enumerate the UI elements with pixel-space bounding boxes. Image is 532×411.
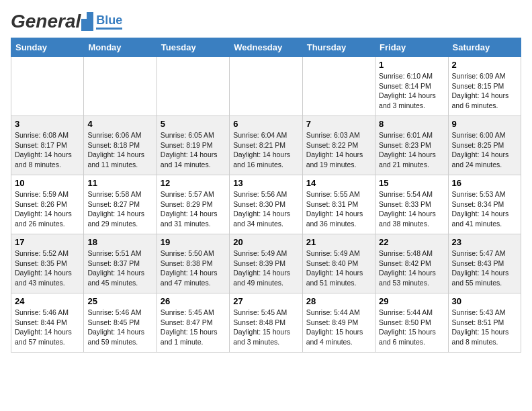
weekday-header-sunday: Sunday <box>11 38 84 57</box>
day-cell: 4Sunrise: 6:06 AM Sunset: 8:18 PM Daylig… <box>84 116 157 175</box>
day-cell: 15Sunrise: 5:54 AM Sunset: 8:33 PM Dayli… <box>375 175 448 234</box>
weekday-header-row: SundayMondayTuesdayWednesdayThursdayFrid… <box>11 38 521 57</box>
week-row-4: 17Sunrise: 5:52 AM Sunset: 8:35 PM Dayli… <box>11 234 521 293</box>
day-number: 2 <box>452 60 517 70</box>
day-cell: 9Sunrise: 6:00 AM Sunset: 8:25 PM Daylig… <box>448 116 521 175</box>
day-info: Sunrise: 5:49 AM Sunset: 8:39 PM Dayligh… <box>233 248 298 288</box>
day-info: Sunrise: 6:04 AM Sunset: 8:21 PM Dayligh… <box>233 130 298 170</box>
day-cell: 6Sunrise: 6:04 AM Sunset: 8:21 PM Daylig… <box>230 116 302 175</box>
day-cell: 26Sunrise: 5:45 AM Sunset: 8:47 PM Dayli… <box>157 293 229 353</box>
day-cell: 19Sunrise: 5:50 AM Sunset: 8:38 PM Dayli… <box>157 234 229 293</box>
day-number: 28 <box>306 296 371 306</box>
day-cell: 28Sunrise: 5:44 AM Sunset: 8:49 PM Dayli… <box>302 293 375 353</box>
day-info: Sunrise: 6:06 AM Sunset: 8:18 PM Dayligh… <box>87 130 152 170</box>
day-number: 15 <box>379 178 444 188</box>
day-info: Sunrise: 5:47 AM Sunset: 8:43 PM Dayligh… <box>452 248 517 288</box>
svg-marker-0 <box>81 12 93 31</box>
day-info: Sunrise: 5:57 AM Sunset: 8:29 PM Dayligh… <box>161 189 226 229</box>
day-number: 26 <box>161 296 226 306</box>
weekday-header-wednesday: Wednesday <box>230 38 302 57</box>
day-number: 5 <box>161 119 226 129</box>
logo-blue-section: Blue <box>96 14 122 30</box>
day-info: Sunrise: 5:43 AM Sunset: 8:51 PM Dayligh… <box>452 308 517 347</box>
day-info: Sunrise: 6:10 AM Sunset: 8:14 PM Dayligh… <box>379 71 444 111</box>
day-number: 1 <box>379 60 444 70</box>
day-number: 23 <box>452 237 517 247</box>
day-info: Sunrise: 5:54 AM Sunset: 8:33 PM Dayligh… <box>379 189 444 229</box>
day-cell: 1Sunrise: 6:10 AM Sunset: 8:14 PM Daylig… <box>375 57 448 116</box>
day-cell: 27Sunrise: 5:45 AM Sunset: 8:48 PM Dayli… <box>230 293 302 353</box>
day-number: 30 <box>452 296 517 306</box>
day-info: Sunrise: 5:56 AM Sunset: 8:30 PM Dayligh… <box>233 189 298 229</box>
day-number: 8 <box>379 119 444 129</box>
day-number: 14 <box>306 178 371 188</box>
day-info: Sunrise: 5:59 AM Sunset: 8:26 PM Dayligh… <box>15 189 80 229</box>
logo: General Blue <box>11 11 122 32</box>
weekday-header-thursday: Thursday <box>302 38 375 57</box>
day-info: Sunrise: 5:53 AM Sunset: 8:34 PM Dayligh… <box>452 189 517 229</box>
day-number: 4 <box>87 119 152 129</box>
day-number: 18 <box>87 237 152 247</box>
day-number: 6 <box>233 119 298 129</box>
day-number: 21 <box>306 237 371 247</box>
day-info: Sunrise: 6:08 AM Sunset: 8:17 PM Dayligh… <box>15 130 80 170</box>
day-cell: 23Sunrise: 5:47 AM Sunset: 8:43 PM Dayli… <box>448 234 521 293</box>
day-info: Sunrise: 5:44 AM Sunset: 8:50 PM Dayligh… <box>379 308 444 347</box>
day-cell: 8Sunrise: 6:01 AM Sunset: 8:23 PM Daylig… <box>375 116 448 175</box>
day-cell: 25Sunrise: 5:46 AM Sunset: 8:45 PM Dayli… <box>84 293 157 353</box>
day-cell: 18Sunrise: 5:51 AM Sunset: 8:37 PM Dayli… <box>84 234 157 293</box>
day-info: Sunrise: 5:55 AM Sunset: 8:31 PM Dayligh… <box>306 189 371 229</box>
day-cell: 12Sunrise: 5:57 AM Sunset: 8:29 PM Dayli… <box>157 175 229 234</box>
day-cell: 10Sunrise: 5:59 AM Sunset: 8:26 PM Dayli… <box>11 175 84 234</box>
day-info: Sunrise: 6:05 AM Sunset: 8:19 PM Dayligh… <box>161 130 226 170</box>
week-row-1: 1Sunrise: 6:10 AM Sunset: 8:14 PM Daylig… <box>11 57 521 116</box>
day-info: Sunrise: 5:52 AM Sunset: 8:35 PM Dayligh… <box>15 248 80 288</box>
day-cell: 17Sunrise: 5:52 AM Sunset: 8:35 PM Dayli… <box>11 234 84 293</box>
calendar-table: SundayMondayTuesdayWednesdayThursdayFrid… <box>11 38 521 353</box>
day-number: 16 <box>452 178 517 188</box>
day-cell: 16Sunrise: 5:53 AM Sunset: 8:34 PM Dayli… <box>448 175 521 234</box>
logo-general: General <box>11 11 81 32</box>
day-number: 10 <box>15 178 80 188</box>
day-info: Sunrise: 6:09 AM Sunset: 8:15 PM Dayligh… <box>452 71 517 111</box>
page-header: General Blue <box>11 11 521 32</box>
day-number: 9 <box>452 119 517 129</box>
day-number: 11 <box>87 178 152 188</box>
day-info: Sunrise: 5:44 AM Sunset: 8:49 PM Dayligh… <box>306 308 371 347</box>
day-number: 7 <box>306 119 371 129</box>
day-cell: 13Sunrise: 5:56 AM Sunset: 8:30 PM Dayli… <box>230 175 302 234</box>
day-info: Sunrise: 6:00 AM Sunset: 8:25 PM Dayligh… <box>452 130 517 170</box>
day-number: 29 <box>379 296 444 306</box>
day-number: 25 <box>87 296 152 306</box>
day-cell: 20Sunrise: 5:49 AM Sunset: 8:39 PM Dayli… <box>230 234 302 293</box>
weekday-header-friday: Friday <box>375 38 448 57</box>
day-cell: 3Sunrise: 6:08 AM Sunset: 8:17 PM Daylig… <box>11 116 84 175</box>
day-cell: 7Sunrise: 6:03 AM Sunset: 8:22 PM Daylig… <box>302 116 375 175</box>
day-cell: 11Sunrise: 5:58 AM Sunset: 8:27 PM Dayli… <box>84 175 157 234</box>
day-info: Sunrise: 5:45 AM Sunset: 8:48 PM Dayligh… <box>233 308 298 347</box>
day-number: 27 <box>233 296 298 306</box>
day-info: Sunrise: 6:01 AM Sunset: 8:23 PM Dayligh… <box>379 130 444 170</box>
day-info: Sunrise: 5:46 AM Sunset: 8:44 PM Dayligh… <box>15 308 80 347</box>
day-cell <box>302 57 375 116</box>
day-number: 13 <box>233 178 298 188</box>
day-cell: 24Sunrise: 5:46 AM Sunset: 8:44 PM Dayli… <box>11 293 84 353</box>
day-cell: 21Sunrise: 5:49 AM Sunset: 8:40 PM Dayli… <box>302 234 375 293</box>
day-cell: 22Sunrise: 5:48 AM Sunset: 8:42 PM Dayli… <box>375 234 448 293</box>
day-cell: 5Sunrise: 6:05 AM Sunset: 8:19 PM Daylig… <box>157 116 229 175</box>
day-cell: 2Sunrise: 6:09 AM Sunset: 8:15 PM Daylig… <box>448 57 521 116</box>
day-number: 20 <box>233 237 298 247</box>
day-number: 22 <box>379 237 444 247</box>
day-info: Sunrise: 5:51 AM Sunset: 8:37 PM Dayligh… <box>87 248 152 288</box>
day-info: Sunrise: 5:50 AM Sunset: 8:38 PM Dayligh… <box>161 248 226 288</box>
day-number: 12 <box>161 178 226 188</box>
day-cell: 29Sunrise: 5:44 AM Sunset: 8:50 PM Dayli… <box>375 293 448 353</box>
week-row-2: 3Sunrise: 6:08 AM Sunset: 8:17 PM Daylig… <box>11 116 521 175</box>
day-info: Sunrise: 6:03 AM Sunset: 8:22 PM Dayligh… <box>306 130 371 170</box>
day-cell <box>230 57 302 116</box>
day-number: 3 <box>15 119 80 129</box>
day-cell: 30Sunrise: 5:43 AM Sunset: 8:51 PM Dayli… <box>448 293 521 353</box>
logo-underline <box>96 28 122 30</box>
day-info: Sunrise: 5:58 AM Sunset: 8:27 PM Dayligh… <box>87 189 152 229</box>
day-info: Sunrise: 5:46 AM Sunset: 8:45 PM Dayligh… <box>87 308 152 347</box>
